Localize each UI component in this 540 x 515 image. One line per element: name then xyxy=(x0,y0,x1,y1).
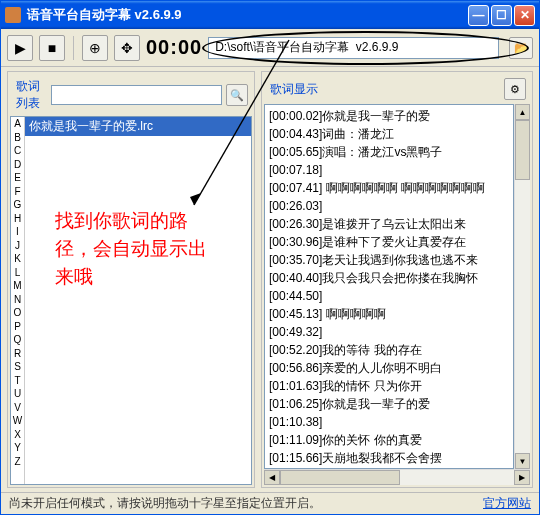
lyric-line: [01:11.09]你的关怀 你的真爱 xyxy=(269,431,509,449)
lyric-line: [00:04.43]词曲：潘龙江 xyxy=(269,125,509,143)
main-body: 歌词列表 🔍 ABCDEFGHIJKLMNOPQRSTUVWXYZ 你就是我一辈… xyxy=(1,67,539,492)
annotation-text: 找到你歌词的路 径，会自动显示出 来哦 xyxy=(55,207,207,291)
time-display: 00:00 xyxy=(146,36,202,59)
lyric-line: [00:35.70]老天让我遇到你我逃也逃不来 xyxy=(269,251,509,269)
alphabet-letter[interactable]: K xyxy=(11,252,24,266)
open-folder-button[interactable]: 📂 xyxy=(509,37,533,59)
statusbar: 尚未开启任何模式，请按说明拖动十字星至指定位置开启。 官方网站 xyxy=(1,492,539,514)
stop-button[interactable]: ■ xyxy=(39,35,65,61)
official-site-link[interactable]: 官方网站 xyxy=(483,495,531,512)
alphabet-letter[interactable]: F xyxy=(11,185,24,199)
alphabet-letter[interactable]: A xyxy=(11,117,24,131)
lyric-line: [00:07.18] xyxy=(269,161,509,179)
scroll-down-button[interactable]: ▼ xyxy=(515,453,530,469)
alphabet-letter[interactable]: W xyxy=(11,414,24,428)
alphabet-letter[interactable]: E xyxy=(11,171,24,185)
alphabet-letter[interactable]: D xyxy=(11,158,24,172)
target-button[interactable]: ⊕ xyxy=(82,35,108,61)
alphabet-letter[interactable]: S xyxy=(11,360,24,374)
play-button[interactable]: ▶ xyxy=(7,35,33,61)
lyric-line: [00:49.32] xyxy=(269,323,509,341)
scroll-thumb-v[interactable] xyxy=(515,120,530,180)
scroll-left-button[interactable]: ◀ xyxy=(264,470,280,485)
alphabet-letter[interactable]: Q xyxy=(11,333,24,347)
alphabet-letter[interactable]: I xyxy=(11,225,24,239)
lyric-line: [01:01.63]我的情怀 只为你开 xyxy=(269,377,509,395)
titlebar[interactable]: 语音平台自动字幕 v2.6.9.9 — ☐ ✕ xyxy=(1,1,539,29)
close-button[interactable]: ✕ xyxy=(514,5,535,26)
lyric-line: [01:10.38] xyxy=(269,413,509,431)
alphabet-letter[interactable]: U xyxy=(11,387,24,401)
file-list[interactable]: 你就是我一辈子的爱.lrc 找到你歌词的路 径，会自动显示出 来哦 xyxy=(25,117,251,484)
lyrics-display-panel: 歌词显示 ⚙ [00:00.02]你就是我一辈子的爱[00:04.43]词曲：潘… xyxy=(261,71,533,488)
alphabet-letter[interactable]: B xyxy=(11,131,24,145)
lyrics-search-input[interactable] xyxy=(51,85,222,105)
right-panel-title: 歌词显示 xyxy=(268,81,500,98)
alphabet-letter[interactable]: Z xyxy=(11,455,24,469)
left-panel-title: 歌词列表 xyxy=(14,78,47,112)
alphabet-letter[interactable]: T xyxy=(11,374,24,388)
lyric-line: [00:45.13] 啊啊啊啊啊 xyxy=(269,305,509,323)
alphabet-letter[interactable]: C xyxy=(11,144,24,158)
app-icon xyxy=(5,7,21,23)
scroll-thumb-h[interactable] xyxy=(280,470,400,485)
alphabet-letter[interactable]: H xyxy=(11,212,24,226)
lyric-line: [00:05.65]演唱：潘龙江vs黑鸭子 xyxy=(269,143,509,161)
alphabet-letter[interactable]: O xyxy=(11,306,24,320)
alphabet-letter[interactable]: Y xyxy=(11,441,24,455)
alphabet-letter[interactable]: G xyxy=(11,198,24,212)
lyric-line: [00:44.50] xyxy=(269,287,509,305)
alphabet-letter[interactable]: R xyxy=(11,347,24,361)
lyric-line: [00:30.96]是谁种下了爱火让真爱存在 xyxy=(269,233,509,251)
alphabet-letter[interactable]: L xyxy=(11,266,24,280)
maximize-button[interactable]: ☐ xyxy=(491,5,512,26)
status-text: 尚未开启任何模式，请按说明拖动十字星至指定位置开启。 xyxy=(9,495,321,512)
crosshair-button[interactable]: ✥ xyxy=(114,35,140,61)
alphabet-letter[interactable]: X xyxy=(11,428,24,442)
window-title: 语音平台自动字幕 v2.6.9.9 xyxy=(27,6,468,24)
selected-file[interactable]: 你就是我一辈子的爱.lrc xyxy=(25,117,251,136)
alphabet-letter[interactable]: N xyxy=(11,293,24,307)
alphabet-letter[interactable]: V xyxy=(11,401,24,415)
minimize-button[interactable]: — xyxy=(468,5,489,26)
search-button[interactable]: 🔍 xyxy=(226,84,248,106)
alphabet-letter[interactable]: P xyxy=(11,320,24,334)
lyric-line: [00:26.03] xyxy=(269,197,509,215)
toolbar-divider xyxy=(73,36,74,60)
settings-button[interactable]: ⚙ xyxy=(504,78,526,100)
lyric-line: [01:06.25]你就是我一辈子的爱 xyxy=(269,395,509,413)
lyrics-textarea[interactable]: [00:00.02]你就是我一辈子的爱[00:04.43]词曲：潘龙江[00:0… xyxy=(264,104,514,469)
lyric-line: [00:52.20]我的等待 我的存在 xyxy=(269,341,509,359)
alphabet-letter[interactable]: J xyxy=(11,239,24,253)
lyric-line: [00:00.02]你就是我一辈子的爱 xyxy=(269,107,509,125)
lyric-line: [00:40.40]我只会我只会把你搂在我胸怀 xyxy=(269,269,509,287)
lyric-line: [01:15.66]天崩地裂我都不会舍摆 xyxy=(269,449,509,467)
horizontal-scrollbar[interactable]: ◀ ▶ xyxy=(264,469,530,485)
scroll-right-button[interactable]: ▶ xyxy=(514,470,530,485)
lyric-line: [00:56.86]亲爱的人儿你明不明白 xyxy=(269,359,509,377)
lyric-line: [00:26.30]是谁拨开了乌云让太阳出来 xyxy=(269,215,509,233)
scroll-up-button[interactable]: ▲ xyxy=(515,104,530,120)
toolbar: ▶ ■ ⊕ ✥ 00:00 📂 xyxy=(1,29,539,67)
vertical-scrollbar[interactable]: ▲ ▼ xyxy=(514,104,530,469)
app-window: 语音平台自动字幕 v2.6.9.9 — ☐ ✕ ▶ ■ ⊕ ✥ 00:00 📂 … xyxy=(0,0,540,515)
lyric-line: [00:07.41] 啊啊啊啊啊啊 啊啊啊啊啊啊啊 xyxy=(269,179,509,197)
lyrics-list-panel: 歌词列表 🔍 ABCDEFGHIJKLMNOPQRSTUVWXYZ 你就是我一辈… xyxy=(7,71,255,488)
alphabet-index[interactable]: ABCDEFGHIJKLMNOPQRSTUVWXYZ xyxy=(11,117,25,484)
alphabet-letter[interactable]: M xyxy=(11,279,24,293)
path-input[interactable] xyxy=(208,37,499,59)
